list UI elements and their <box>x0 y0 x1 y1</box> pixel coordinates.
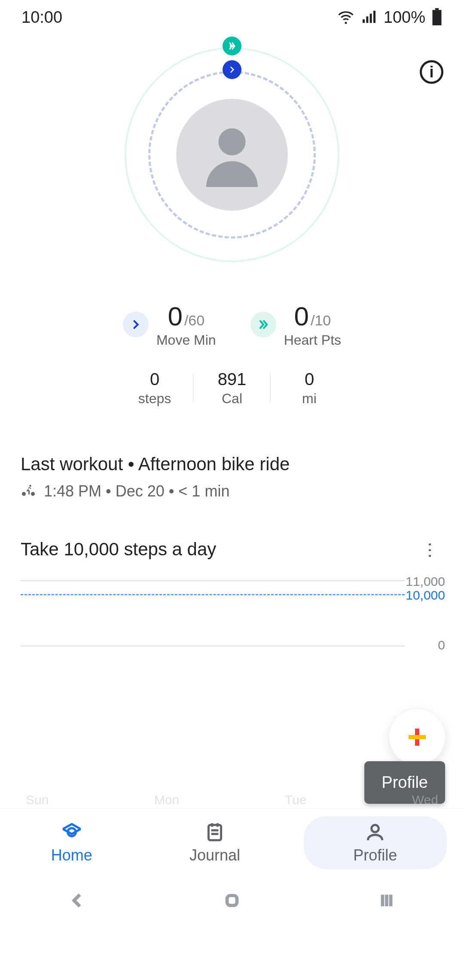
last-workout-title: Last workout • Afternoon bike ride <box>21 454 443 475</box>
move-minutes-badge-icon <box>223 60 241 79</box>
bottom-nav: Home Journal Profile <box>0 808 464 877</box>
person-icon <box>193 116 271 193</box>
svg-rect-6 <box>227 896 237 906</box>
journal-icon <box>204 821 226 843</box>
info-button[interactable]: i <box>420 60 443 84</box>
heart-points-badge-icon <box>223 37 241 55</box>
axis-mid-label: 0 <box>438 638 445 652</box>
steps-label: steps <box>116 391 193 407</box>
chart-day-labels: Sun Mon Tue Wed <box>26 793 438 807</box>
heart-pts-goal: /10 <box>311 312 331 328</box>
move-min-goal: /60 <box>184 312 205 328</box>
home-icon <box>61 821 82 843</box>
avatar[interactable] <box>176 99 288 211</box>
move-min-value: 0 <box>168 301 182 331</box>
system-nav-bar <box>0 877 464 924</box>
svg-rect-4 <box>208 825 221 840</box>
status-bar: 10:00 100% <box>0 0 464 34</box>
bike-icon <box>21 484 36 499</box>
svg-point-2 <box>219 129 246 156</box>
double-chevron-icon <box>250 312 276 337</box>
battery-percent: 100% <box>384 8 425 27</box>
wifi-icon <box>337 9 354 26</box>
svg-point-5 <box>372 825 379 832</box>
last-workout-card[interactable]: Last workout • Afternoon bike ride 1:48 … <box>21 454 443 500</box>
plus-icon <box>415 729 419 746</box>
cal-value: 891 <box>193 370 271 389</box>
back-icon[interactable] <box>67 891 87 910</box>
mi-value: 0 <box>271 370 348 389</box>
home-system-icon[interactable] <box>222 891 242 910</box>
chevron-right-icon <box>123 312 149 337</box>
mi-label: mi <box>271 391 348 407</box>
move-min-label: Move Min <box>156 332 216 348</box>
activity-rings[interactable] <box>125 47 339 262</box>
status-right: 100% <box>337 8 443 27</box>
recents-icon[interactable] <box>377 891 397 910</box>
status-time: 10:00 <box>21 8 62 27</box>
add-activity-fab[interactable] <box>389 709 445 765</box>
nav-home[interactable]: Home <box>0 808 143 877</box>
svg-rect-1 <box>435 8 439 10</box>
move-minutes-metric[interactable]: 0/60 Move Min <box>123 301 216 348</box>
axis-top-label: 11,000 <box>406 574 445 589</box>
signal-icon <box>360 9 378 26</box>
daily-stats[interactable]: 0 steps 891 Cal 0 mi <box>0 370 464 407</box>
step-goal-card[interactable]: Take 10,000 steps a day ⋯ 11,000 10,000 … <box>21 539 443 650</box>
battery-icon <box>431 8 443 26</box>
profile-icon <box>364 821 386 843</box>
steps-value: 0 <box>116 370 193 389</box>
nav-journal[interactable]: Journal <box>143 808 286 877</box>
axis-goal-label: 10,000 <box>406 588 445 603</box>
more-options-button[interactable]: ⋯ <box>421 536 440 562</box>
svg-rect-0 <box>433 10 442 25</box>
goal-chart: 11,000 10,000 0 <box>21 577 443 650</box>
heart-pts-label: Heart Pts <box>284 332 341 348</box>
last-workout-subtitle: 1:48 PM • Dec 20 • < 1 min <box>44 482 229 500</box>
heart-points-metric[interactable]: 0/10 Heart Pts <box>250 301 341 348</box>
nav-profile[interactable]: Profile <box>304 816 447 869</box>
goal-title: Take 10,000 steps a day <box>21 539 216 560</box>
heart-pts-value: 0 <box>294 301 308 331</box>
cal-label: Cal <box>193 391 271 407</box>
